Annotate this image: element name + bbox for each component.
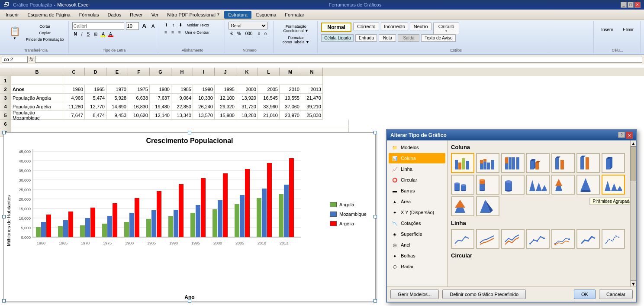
sidebar-item-circular[interactable]: ⭕ Circular [389,175,445,185]
chart-handle-bc[interactable] [188,299,191,303]
align-right-button[interactable]: ≡ [177,29,183,36]
paste-button[interactable]: 📋▼ [6,22,23,44]
chart-type-linha-marcadores-empilhada[interactable] [551,229,575,249]
chart-type-cilindros-agrupados[interactable] [451,175,474,195]
cell-4L[interactable]: 33,960 [258,102,280,111]
currency-button[interactable]: € [229,30,235,37]
insert-cell-button[interactable]: Inserir [597,25,617,34]
chart-handle-tl[interactable] [2,131,6,134]
cell-2L[interactable]: 2005 [258,85,280,94]
chart-type-cilindros-3d[interactable] [501,175,525,195]
bold-button[interactable]: N [72,31,79,37]
cell-3J[interactable]: 12,100 [215,94,236,102]
cell-3C[interactable]: 4,966 [63,94,85,102]
cell-3H[interactable]: 9,064 [171,94,193,102]
cell-2N[interactable]: 2013 [301,85,323,94]
align-center-button[interactable]: ≡ [170,29,176,36]
menu-formulas[interactable]: Fórmulas [75,11,103,19]
delete-cell-button[interactable]: Elimir [619,25,638,34]
align-middle-button[interactable]: ↕ [171,22,176,28]
sidebar-item-dispersao[interactable]: ✦ X Y (Dispersão) [389,207,445,218]
cell-2I[interactable]: 1990 [193,85,215,94]
chart-type-coluna-empilhadas-100[interactable] [501,153,525,173]
cell-4K[interactable]: 31,720 [236,102,258,111]
sidebar-item-coluna[interactable]: 📊 Coluna [389,153,445,163]
sidebar-item-radar[interactable]: ⬡ Radar [389,261,445,272]
chart-type-piramides-empilhadas[interactable] [451,196,474,216]
sidebar-item-anel[interactable]: ◎ Anel [389,240,445,250]
chart-type-piramides-agrupadas[interactable]: Pirâmides Agrupadas [602,175,625,195]
sidebar-item-area[interactable]: ▲ Área [389,196,445,207]
chart-handle-mr[interactable] [374,215,377,218]
chart-handle-ml[interactable] [2,215,6,218]
chart-handle-tr[interactable] [374,131,377,134]
menu-inserir[interactable]: Inserir [2,11,23,19]
chart-type-cones-3d[interactable] [576,175,600,195]
menu-nitro[interactable]: Nitro PDF Professional 7 [163,11,223,19]
cell-5J[interactable]: 15,980 [215,111,236,120]
chart-type-linha-100[interactable] [501,229,525,249]
cell-4M[interactable]: 37,060 [280,102,301,111]
font-grow-button[interactable]: A [141,22,148,30]
increase-decimal-button[interactable]: .0 [255,31,262,37]
cell-2E[interactable]: 1970 [106,85,128,94]
sidebar-item-modelos[interactable]: 📁 Modelos [389,142,445,153]
cell-2H[interactable]: 1985 [171,85,193,94]
chart-type-linha-personalizada[interactable] [602,229,625,249]
cell-5I[interactable]: 13,570 [193,111,215,120]
gerir-modelos-button[interactable]: Gerir Modelos... [390,290,439,299]
cell-5D[interactable]: 8,474 [85,111,106,120]
underline-button[interactable]: S [85,31,92,37]
cell-4H[interactable]: 22,850 [171,102,193,111]
format-as-table-button[interactable]: Formatarcomo Tabela ▼ [277,35,315,45]
cell-3D[interactable]: 5,474 [85,94,106,102]
chart-type-coluna-3d-empilhadas[interactable] [551,153,575,173]
chart-handle-br[interactable] [374,299,377,303]
cell-5F[interactable]: 10,620 [128,111,150,120]
cell-3B[interactable]: População Angola [11,94,63,102]
cell-5N[interactable]: 25,830 [301,111,323,120]
chart-type-linha-marcadores[interactable] [526,229,550,249]
minimize-button[interactable]: _ [621,2,627,8]
ok-button[interactable]: OK [574,290,596,299]
chart-type-linha-empilhada[interactable] [476,229,499,249]
cell-3K[interactable]: 13,920 [236,94,258,102]
cell-4N[interactable]: 39,210 [301,102,323,111]
cell-5E[interactable]: 9,453 [106,111,128,120]
font-shrink-button[interactable]: A [150,23,156,29]
chart-type-coluna-3d-agrupadas[interactable] [526,153,550,173]
cell-2G[interactable]: 1980 [150,85,171,94]
menu-esquema-pagina[interactable]: Esquema de Página [24,11,74,19]
cell-4J[interactable]: 29,320 [215,102,236,111]
cell-2C[interactable]: 1960 [63,85,85,94]
cell-3G[interactable]: 7,637 [150,94,171,102]
cell-1B[interactable] [11,76,63,85]
cancelar-button[interactable]: Cancelar [599,290,633,299]
chart-type-coluna-3d[interactable] [602,153,625,173]
menu-estrutura[interactable]: Estrutura [224,11,251,19]
chart-type-linha[interactable] [451,229,474,249]
sidebar-item-linha[interactable]: 📈 Linha [389,164,445,174]
chart-container[interactable]: Crescimento Populacional Milhlones de Ha… [3,132,376,301]
dialog-help-button[interactable]: ? [618,132,625,138]
wrap-text-button[interactable]: Moldar Texto [185,22,210,28]
conditional-format-button[interactable]: FormataçãoCondicional ▼ [277,23,315,34]
cell-2D[interactable]: 1965 [85,85,106,94]
cell-5B[interactable]: População Mozambique [11,111,63,120]
cell-3F[interactable]: 6,638 [128,94,150,102]
cell-2J[interactable]: 1995 [215,85,236,94]
name-box[interactable] [2,56,28,63]
formula-input[interactable] [35,56,642,63]
align-bottom-button[interactable]: ⬇ [177,22,184,28]
scroll-track[interactable] [631,146,636,280]
percent-button[interactable]: % [235,30,243,37]
cell-5H[interactable]: 13,340 [171,111,193,120]
cell-4C[interactable]: 11,280 [63,102,85,111]
sidebar-item-superficie[interactable]: ◈ Superfície [389,229,445,239]
menu-esquema[interactable]: Esquema [252,11,280,19]
format-painter-button[interactable]: Pincel de Formatação [24,36,66,42]
definir-predefinido-button[interactable]: Definir como Gráfico Predefinido [442,290,526,299]
cell-4E[interactable]: 14,690 [106,102,128,111]
chart-type-cilindros-empilhados[interactable] [476,175,499,195]
scroll-down-button[interactable]: ▼ [631,280,636,286]
